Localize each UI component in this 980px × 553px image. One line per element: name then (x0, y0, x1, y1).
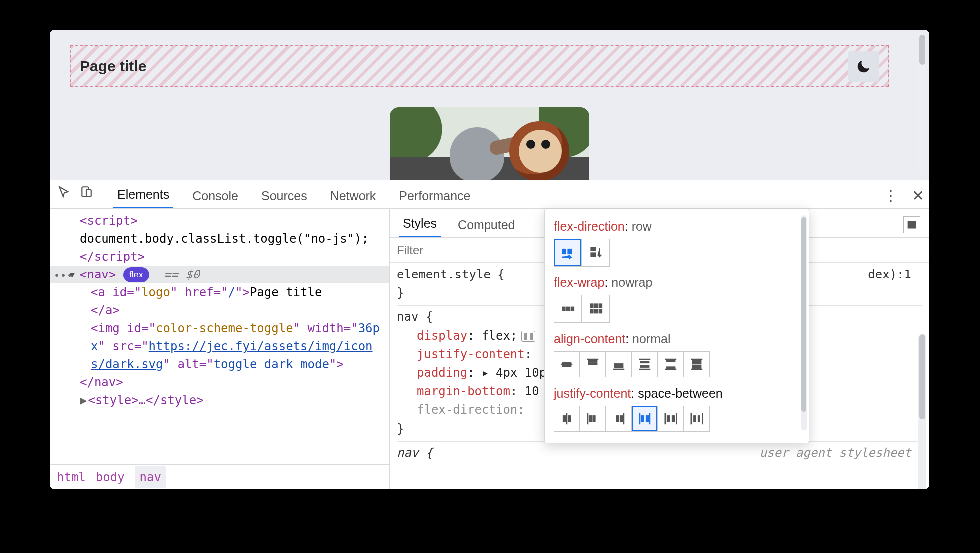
dark-mode-toggle[interactable] (848, 51, 879, 82)
tab-console[interactable]: Console (188, 189, 242, 208)
breadcrumb-item[interactable]: html (57, 468, 86, 486)
svg-rect-17 (562, 365, 571, 367)
dom-node[interactable]: </nav> (80, 375, 123, 389)
svg-rect-13 (590, 309, 593, 313)
svg-rect-55 (694, 416, 696, 422)
svg-rect-21 (588, 363, 597, 365)
svg-rect-23 (614, 366, 623, 368)
stylesheet-link[interactable]: dex):1 (868, 266, 911, 284)
inspect-icon[interactable] (58, 185, 71, 198)
moon-icon (855, 58, 872, 75)
devtools-scrollbar[interactable] (918, 334, 926, 489)
toggle-sidebar-icon[interactable] (903, 216, 920, 233)
svg-rect-5 (591, 247, 596, 251)
svg-rect-11 (595, 304, 598, 308)
svg-rect-43 (616, 416, 619, 422)
svg-rect-52 (672, 416, 675, 422)
justify-content-option-button[interactable] (580, 406, 606, 432)
svg-rect-51 (667, 416, 670, 422)
svg-rect-12 (599, 304, 602, 308)
svg-rect-41 (589, 416, 592, 422)
svg-rect-42 (593, 416, 595, 422)
window: Page title Elements Console Sources Netw… (50, 30, 929, 489)
close-icon[interactable]: ✕ (912, 187, 924, 204)
svg-rect-56 (698, 416, 700, 422)
page-preview: Page title (50, 30, 929, 180)
justify-content-space-between-button[interactable] (632, 406, 658, 432)
breadcrumb-item[interactable]: nav (135, 466, 166, 488)
tab-network[interactable]: Network (326, 189, 380, 208)
elements-panel: <script> document.body.classList.toggle(… (50, 209, 390, 489)
hero-image (390, 107, 589, 180)
tab-sources[interactable]: Sources (257, 189, 311, 208)
devtools: Elements Console Sources Network Perform… (50, 180, 929, 489)
svg-rect-48 (646, 416, 649, 422)
align-content-option-button[interactable] (632, 351, 658, 377)
tab-styles[interactable]: Styles (399, 216, 441, 237)
flex-editor-trigger-icon[interactable] (521, 331, 535, 342)
svg-rect-8 (567, 307, 570, 311)
svg-rect-10 (590, 304, 593, 308)
svg-rect-34 (692, 360, 701, 364)
page-title[interactable]: Page title (80, 58, 146, 75)
align-content-option-button[interactable] (658, 351, 684, 377)
svg-rect-4 (568, 249, 572, 254)
svg-rect-20 (588, 361, 597, 363)
user-agent-label: user agent stylesheet (760, 444, 911, 462)
dom-node[interactable]: <img id="color-scheme-toggle" width="36p… (80, 319, 385, 373)
devtools-tabbar: Elements Console Sources Network Perform… (50, 180, 929, 209)
breadcrumb-item[interactable]: body (96, 468, 125, 486)
flex-direction-row-button[interactable] (554, 239, 582, 267)
dom-node[interactable]: </script> (80, 250, 145, 264)
dom-node[interactable]: <style>…</style> (88, 393, 203, 407)
align-content-option-button[interactable] (580, 351, 606, 377)
styles-panel: Styles Computed dex):1 element.style { } (390, 209, 929, 489)
flexbox-editor-popover: flex-direction: row flex-wrap: nowrap (544, 209, 809, 443)
svg-rect-47 (641, 416, 644, 422)
justify-content-option-button[interactable] (658, 406, 684, 432)
tab-computed[interactable]: Computed (454, 218, 519, 237)
svg-rect-22 (614, 364, 623, 366)
preview-scrollbar[interactable] (918, 33, 926, 178)
svg-rect-35 (692, 365, 701, 369)
tab-elements[interactable]: Elements (113, 187, 173, 208)
tab-performance[interactable]: Performance (395, 189, 474, 208)
dom-text: document.body.classList.toggle("no-js"); (80, 230, 385, 248)
flex-badge[interactable]: flex (123, 267, 149, 282)
svg-rect-30 (666, 360, 675, 362)
dom-node[interactable]: <script> (80, 214, 138, 228)
align-content-option-button[interactable] (606, 351, 632, 377)
inspected-nav-overlay: Page title (70, 45, 889, 87)
justify-content-option-button[interactable] (554, 406, 580, 432)
dom-tree[interactable]: <script> document.body.classList.toggle(… (50, 209, 389, 464)
flex-direction-column-button[interactable] (582, 239, 610, 267)
align-content-option-button[interactable] (554, 351, 580, 377)
dom-node-selected[interactable]: ▼ <nav> flex == $0 (50, 266, 389, 283)
svg-rect-3 (562, 249, 566, 254)
device-toggle-icon[interactable] (80, 185, 93, 198)
svg-rect-15 (599, 309, 602, 313)
svg-rect-1 (86, 189, 91, 196)
svg-rect-7 (562, 307, 565, 311)
kebab-icon[interactable]: ⋮ (884, 187, 897, 204)
flex-wrap-nowrap-button[interactable] (554, 295, 582, 323)
justify-content-option-button[interactable] (606, 406, 632, 432)
breadcrumb[interactable]: html body nav (50, 464, 389, 489)
svg-rect-38 (563, 416, 566, 422)
svg-rect-27 (640, 366, 649, 368)
svg-rect-31 (666, 367, 675, 369)
svg-rect-9 (571, 307, 574, 311)
popover-scrollbar[interactable] (801, 215, 807, 430)
dom-node[interactable]: <a id="logo" href="/">Page title </a> (80, 283, 385, 319)
flex-wrap-wrap-button[interactable] (582, 295, 610, 323)
svg-rect-6 (591, 253, 596, 257)
justify-content-option-button[interactable] (684, 406, 710, 432)
align-content-option-button[interactable] (684, 351, 710, 377)
svg-rect-14 (595, 309, 598, 313)
svg-rect-39 (568, 416, 571, 422)
svg-rect-44 (620, 416, 623, 422)
svg-rect-26 (640, 361, 649, 363)
